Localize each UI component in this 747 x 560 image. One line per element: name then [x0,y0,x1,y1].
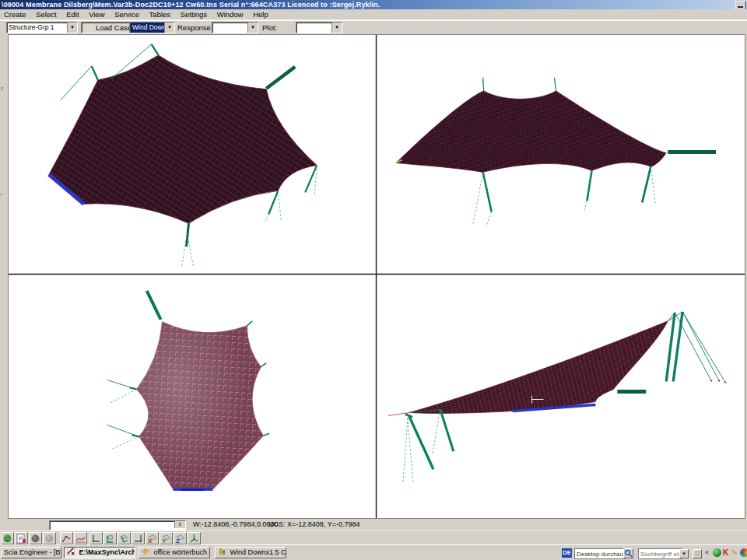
menu-settings[interactable]: Settings [177,9,211,19]
view-left-icon[interactable] [117,532,131,544]
menu-edit[interactable]: Edit [62,9,82,19]
chevron-down-icon[interactable]: ▼ [331,23,342,33]
chevron-down-icon[interactable]: ▼ [164,23,174,33]
viewport-canvas [9,35,745,518]
load-case-combo[interactable]: Wind Down15 ▼ [129,22,175,33]
plot-combo[interactable]: ▼ [296,22,342,33]
view-back-icon[interactable] [103,532,117,544]
view-right-icon[interactable] [132,532,145,544]
taskbar: Scia Engineer - [BV Dilsb... E:\MaxSync\… [0,544,747,560]
taskbar-item-maxsync[interactable]: E:\MaxSync\Archiv\A... [64,547,135,558]
structure-group-combo[interactable]: Structure-Grp 1 ▼ [6,22,78,33]
window-title: \09004 Membrane Dilsberg\Mem.Var3b-Doc2D… [0,1,380,9]
toolbar: Structure-Grp 1 ▼ Load Case: Wind Down15… [0,20,747,34]
membrane-surface [396,91,666,173]
document-app-icon [218,548,226,555]
render-sphere-icon[interactable] [1,532,14,544]
search-window-icon[interactable]: □ [693,549,702,558]
menu-tables[interactable]: Tables [146,9,174,19]
view-plan[interactable] [49,44,317,267]
local-axes-icon[interactable] [60,532,73,544]
menu-select[interactable]: Select [32,9,60,19]
view-elevation[interactable] [396,78,716,226]
structure-group-value: Structure-Grp 1 [9,23,67,33]
view-perspective[interactable] [388,312,726,483]
ucs-coordinates: UCS: X=-12.8408, Y=-0.7984 [268,520,359,530]
menu-service[interactable]: Service [110,9,143,19]
taskbar-item-scia[interactable]: Scia Engineer - [BV Dilsb... [1,547,61,558]
response-value [214,23,247,33]
svg-text:X: X [148,537,153,544]
menu-view[interactable]: View [85,9,108,19]
menu-create[interactable]: Create [0,9,30,19]
menu-window[interactable]: Window [213,9,247,19]
spline-icon[interactable] [74,532,87,544]
view-plane-x-icon[interactable]: X [146,532,159,544]
sphere-light-icon[interactable] [43,532,56,544]
svg-text:Z: Z [176,537,180,544]
view-axonometric-icon[interactable] [188,532,201,544]
response-label: Response: [177,23,212,32]
taskbar-item-winddown[interactable]: Wind Downx1.5 Cable F... [215,547,286,558]
svg-text:Y: Y [162,537,167,544]
menu-help[interactable]: Help [249,9,272,19]
command-input[interactable]: ≡ [49,520,186,530]
status-bar: ≡ W:-12.8408,-0.7984,0.0000 UCS: X=-12.8… [0,520,747,530]
viewport-area[interactable] [8,34,745,519]
search-icon[interactable] [623,548,633,558]
plot-label: Plot: [262,23,277,32]
chevron-down-icon[interactable]: ▼ [247,23,258,33]
tray-k-icon[interactable]: K [723,548,731,557]
taskbar-item-woerterbuch[interactable]: office wörterbuch pro [139,547,210,558]
plot-value [298,23,331,33]
view-plane-y-icon[interactable]: Y [160,532,173,544]
load-case-label: Load Case: [96,23,134,32]
view-toolbar: P X Y Z [0,530,747,545]
response-combo[interactable]: ▼ [212,22,258,33]
minimize-icon [738,6,743,8]
view-front-icon[interactable] [89,532,103,544]
tray-green-ball-icon[interactable] [713,548,721,557]
search-dropdown-icon[interactable]: ▾ [679,549,689,558]
left-dock-strip: c ⌐ [0,34,8,519]
command-expand-icon[interactable]: ≡ [174,521,185,528]
archive-app-icon [67,548,75,555]
view-plan-rotated[interactable] [107,291,270,490]
sphere-dark-icon[interactable] [29,532,42,544]
desktop-search-input[interactable] [574,548,626,559]
menubar: Create Select Edit View Service Tables S… [0,9,747,20]
dictionary-app-icon [142,548,149,555]
language-indicator[interactable]: DE [562,548,572,558]
search-term-input[interactable] [638,548,682,559]
view-plane-z-icon[interactable]: Z [174,532,187,544]
load-case-value: Wind Down15 [131,23,164,33]
application-window: \09004 Membrane Dilsberg\Mem.Var3b-Doc2D… [0,0,747,560]
point-labels-icon[interactable]: P [15,532,28,544]
chevron-down-icon[interactable]: ▼ [67,23,77,33]
cursor-coordinates: W:-12.8408,-0.7984,0.0000 [193,520,278,530]
tray-pencil-icon[interactable]: ✎ [731,548,740,557]
svg-text:P: P [19,535,23,542]
tray-collapse-icon[interactable]: « [705,548,709,556]
titlebar: \09004 Membrane Dilsberg\Mem.Var3b-Doc2D… [0,0,747,9]
tray-color-sphere-icon[interactable] [740,548,747,557]
